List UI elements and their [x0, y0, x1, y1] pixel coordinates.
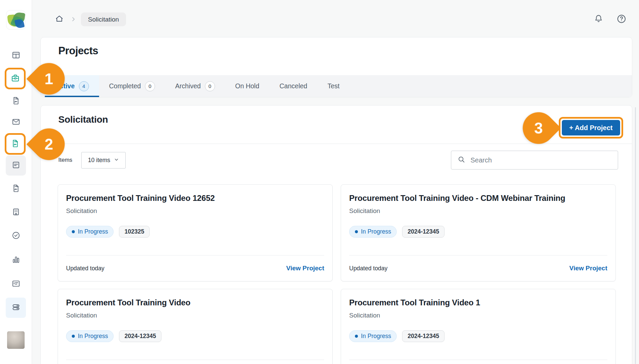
document-report-icon	[11, 139, 20, 149]
sidebar-item-solicitation-highlighted[interactable]	[5, 133, 26, 155]
status-label: In Progress	[78, 333, 108, 340]
sidebar-item-forms[interactable]	[6, 275, 25, 294]
project-type: Solicitation	[349, 312, 607, 319]
form-card-icon	[11, 279, 21, 290]
projects-panel: Projects Active 4 Completed 0 Archived 0…	[40, 37, 632, 97]
status-label: In Progress	[78, 228, 108, 235]
app-logo[interactable]	[6, 10, 26, 30]
project-card: Procurement Tool Training Video 12652 So…	[58, 184, 333, 281]
breadcrumb-current[interactable]: Solicitation	[81, 12, 126, 26]
sidebar-item-organizations[interactable]	[6, 203, 25, 222]
sidebar-item-reports[interactable]	[6, 92, 25, 111]
tab-completed[interactable]: Completed 0	[99, 75, 165, 97]
tab-label: Test	[328, 82, 340, 90]
sidebar-item-documents[interactable]	[6, 179, 25, 198]
chevron-down-icon	[114, 157, 119, 164]
annotation-number: 2	[44, 135, 53, 153]
project-type: Solicitation	[66, 312, 324, 319]
items-per-page-select[interactable]: 10 items	[81, 152, 126, 169]
server-icon	[11, 303, 21, 313]
bar-chart-icon	[11, 255, 21, 266]
tab-canceled[interactable]: Canceled	[269, 75, 317, 97]
project-code-badge: 2024-12345	[119, 330, 161, 342]
sidebar-item-approvals[interactable]	[6, 226, 25, 245]
project-card: Procurement Tool Training Video - CDM We…	[341, 184, 616, 281]
home-icon[interactable]	[55, 14, 64, 23]
project-card: Procurement Tool Training Video Solicita…	[58, 289, 333, 364]
section-divider	[41, 144, 632, 144]
sidebar-item-data[interactable]	[6, 298, 26, 318]
sidebar-item-dashboard[interactable]	[6, 46, 25, 65]
status-badge: In Progress	[349, 330, 397, 342]
search-box	[451, 151, 618, 170]
tab-archived[interactable]: Archived 0	[165, 75, 225, 97]
search-icon	[457, 155, 465, 165]
tab-count-badge: 0	[205, 81, 215, 91]
project-title: Procurement Tool Training Video - CDM We…	[349, 193, 607, 203]
status-dot-icon	[72, 230, 75, 233]
add-project-button[interactable]: + Add Project	[562, 120, 620, 135]
project-type: Solicitation	[66, 207, 324, 215]
annotation-number: 1	[44, 70, 53, 88]
project-card: Procurement Tool Training Video 1 Solici…	[341, 289, 616, 364]
annotation-number: 3	[534, 119, 543, 137]
report-file-icon	[11, 96, 21, 107]
solicitation-panel: Solicitation + Add Project Items 10 item…	[40, 105, 632, 364]
project-title: Procurement Tool Training Video 12652	[66, 193, 324, 203]
status-badge: In Progress	[66, 330, 114, 342]
status-badge: In Progress	[66, 226, 114, 238]
sidebar	[0, 0, 32, 364]
project-code-badge: 2024-12345	[402, 226, 444, 238]
updated-text: Updated today	[66, 265, 104, 272]
projects-tabs: Active 4 Completed 0 Archived 0 On Hold …	[41, 75, 632, 97]
help-icon[interactable]	[616, 13, 627, 24]
status-label: In Progress	[361, 228, 391, 235]
project-title: Procurement Tool Training Video 1	[349, 298, 607, 307]
user-avatar[interactable]	[7, 331, 25, 349]
status-dot-icon	[72, 335, 75, 338]
section-title: Solicitation	[58, 114, 108, 125]
status-label: In Progress	[361, 333, 391, 340]
project-cards-grid: Procurement Tool Training Video 12652 So…	[58, 184, 616, 364]
building-icon	[11, 207, 21, 218]
view-project-link[interactable]: View Project	[569, 265, 607, 272]
updated-text: Updated today	[349, 265, 388, 272]
project-title: Procurement Tool Training Video	[66, 298, 324, 307]
chevron-right-icon	[70, 16, 77, 23]
report-file-icon	[11, 184, 21, 194]
dashboard-icon	[11, 51, 21, 61]
mail-icon	[11, 117, 21, 128]
tab-on-hold[interactable]: On Hold	[225, 75, 270, 97]
check-circle-icon	[11, 231, 21, 241]
bell-icon[interactable]	[593, 13, 604, 24]
view-project-link[interactable]: View Project	[286, 265, 324, 272]
status-dot-icon	[355, 230, 358, 233]
status-badge: In Progress	[349, 226, 397, 238]
search-input[interactable]	[470, 156, 612, 164]
items-per-page-value: 10 items	[88, 157, 110, 164]
status-dot-icon	[355, 335, 358, 338]
tab-label: Completed	[109, 82, 141, 90]
notes-icon	[11, 160, 21, 171]
tab-count-badge: 0	[145, 81, 155, 91]
tab-label: Archived	[175, 82, 201, 90]
project-code-badge: 102325	[119, 226, 149, 238]
page-title: Projects	[58, 45, 98, 57]
tab-label: On Hold	[235, 82, 260, 90]
breadcrumb-label: Solicitation	[88, 16, 119, 23]
project-type: Solicitation	[349, 207, 607, 215]
tab-label: Canceled	[279, 82, 307, 90]
briefcase-icon	[11, 73, 20, 84]
project-code-badge: 2024-12345	[402, 330, 444, 342]
scrollbar[interactable]	[635, 107, 636, 364]
tab-test[interactable]: Test	[317, 75, 350, 97]
sidebar-item-analytics[interactable]	[6, 251, 25, 270]
sidebar-item-projects-highlighted[interactable]	[5, 68, 26, 89]
add-project-highlight-box: + Add Project	[559, 117, 623, 139]
tab-count-badge: 4	[79, 81, 89, 91]
sidebar-item-mail[interactable]	[6, 113, 25, 132]
items-label: Items	[58, 157, 72, 163]
sidebar-item-notes[interactable]	[6, 155, 26, 176]
